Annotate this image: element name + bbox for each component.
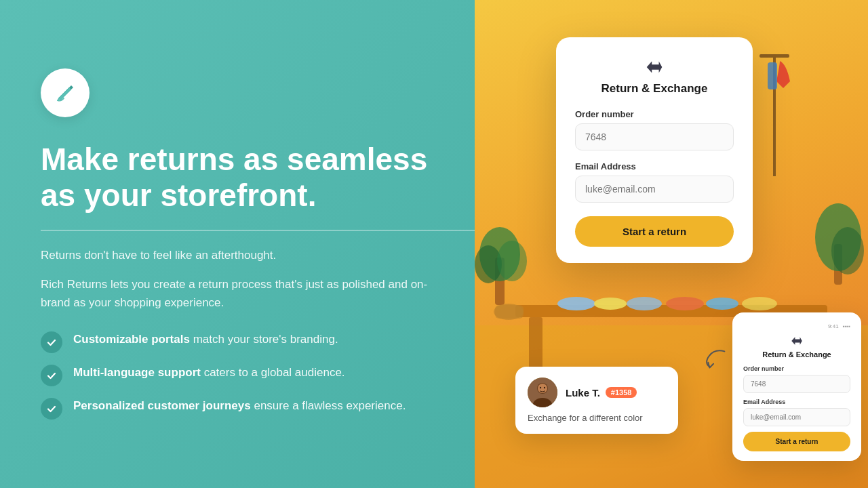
feature-bold-1: Customizable portals [73, 333, 190, 346]
check-icon-1 [41, 331, 62, 353]
check-icon-2 [41, 365, 62, 386]
svg-point-6 [627, 297, 662, 310]
order-label: Order number [575, 109, 734, 119]
card-title: Return & Exchange [575, 82, 734, 96]
svg-rect-16 [768, 62, 777, 89]
customer-avatar [528, 378, 557, 407]
description-text: Rich Returns lets you create a return pr… [41, 275, 434, 312]
customer-name-row: Luke T. #1358 [566, 387, 637, 399]
left-panel: Make returns as seamless as your storefr… [0, 0, 475, 488]
svg-rect-2 [529, 317, 542, 371]
svg-point-13 [497, 241, 527, 281]
svg-point-4 [557, 297, 595, 310]
mobile-card-title: Return & Exchange [743, 350, 850, 359]
feature-item-1: Customizable portals match your store's … [41, 331, 434, 353]
order-badge: #1358 [606, 387, 637, 398]
main-return-card: Return & Exchange Order number Email Add… [556, 37, 753, 263]
mobile-email-input[interactable] [743, 408, 850, 426]
feature-bold-2: Multi-language support [73, 366, 201, 379]
main-headline: Make returns as seamless as your storefr… [41, 142, 434, 214]
customer-name: Luke T. [566, 387, 600, 399]
customer-details: Luke T. #1358 [566, 387, 637, 399]
svg-point-5 [594, 298, 627, 310]
svg-point-27 [544, 387, 545, 388]
mobile-return-card: 9:41 ▪▪▪▪ Return & Exchange Order number… [732, 312, 861, 461]
right-panel: Return & Exchange Order number Email Add… [475, 0, 868, 488]
svg-point-19 [831, 227, 864, 274]
customer-action: Exchange for a different color [528, 413, 666, 423]
feature-text-1: Customizable portals match your store's … [73, 331, 338, 348]
customer-card: Luke T. #1358 Exchange for a different c… [515, 367, 678, 434]
divider [41, 230, 475, 231]
mobile-email-label: Email Address [743, 399, 850, 405]
feature-text-2: Multi-language support caters to a globa… [73, 364, 345, 382]
subtitle-text: Returns don't have to feel like an after… [41, 246, 434, 264]
feature-item-2: Multi-language support caters to a globa… [41, 364, 434, 386]
card-logo [575, 56, 734, 78]
order-number-input[interactable] [575, 123, 734, 150]
mobile-start-return-button[interactable]: Start a return [743, 432, 850, 451]
mobile-status-bar: 9:41 ▪▪▪▪ [743, 323, 850, 329]
feature-text-3: Personalized customer journeys ensure a … [73, 397, 406, 415]
svg-point-9 [742, 297, 777, 310]
email-label: Email Address [575, 161, 734, 171]
feature-bold-3: Personalized customer journeys [73, 399, 251, 412]
feature-item-3: Personalized customer journeys ensure a … [41, 397, 434, 420]
svg-rect-21 [495, 305, 524, 319]
start-return-button[interactable]: Start a return [575, 216, 734, 247]
svg-point-26 [540, 387, 541, 388]
features-list: Customizable portals match your store's … [41, 331, 434, 420]
mobile-order-label: Order number [743, 365, 850, 372]
check-icon-3 [41, 398, 62, 420]
mobile-order-input[interactable] [743, 375, 850, 393]
brand-logo [41, 68, 90, 117]
mobile-card-logo [743, 333, 850, 348]
svg-rect-15 [760, 54, 789, 58]
svg-point-7 [666, 297, 704, 310]
svg-point-8 [706, 298, 738, 310]
customer-info: Luke T. #1358 [528, 378, 666, 407]
email-input[interactable] [575, 176, 734, 203]
